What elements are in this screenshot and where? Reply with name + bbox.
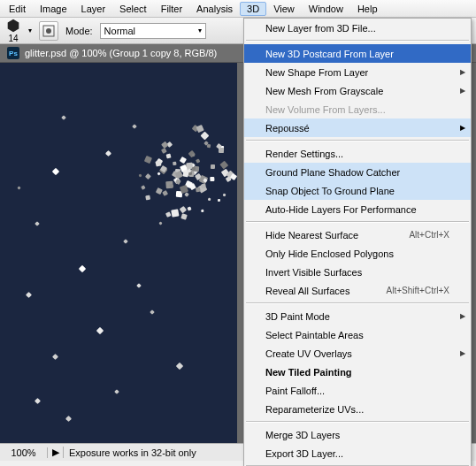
menu-select[interactable]: Select	[112, 2, 154, 16]
menu-separator	[246, 421, 469, 423]
menu-item-label: New Tiled Painting	[265, 367, 352, 378]
glitter-particle	[35, 398, 41, 404]
caret-down-icon[interactable]: ▾	[28, 27, 32, 34]
glitter-particle	[192, 166, 196, 171]
menu-item-label: Render Settings...	[265, 149, 343, 159]
play-icon[interactable]: ▶	[48, 447, 64, 458]
glitter-particle	[52, 168, 59, 175]
glitter-particle	[162, 148, 168, 154]
menu-edit[interactable]: Edit	[2, 2, 33, 16]
menu-item: New Volume From Layers...	[244, 100, 471, 118]
menu-item[interactable]: Create UV Overlays	[244, 344, 471, 363]
svg-point-2	[46, 28, 51, 34]
menu-item-label: Ground Plane Shadow Catcher	[265, 167, 400, 178]
menu-item[interactable]: Reveal All SurfacesAlt+Shift+Ctrl+X	[244, 281, 471, 300]
menu-item[interactable]: 3D Paint Mode	[244, 307, 471, 325]
glitter-particle	[180, 205, 187, 212]
glitter-particle	[165, 154, 171, 159]
glitter-particle	[156, 160, 162, 166]
glitter-particle	[96, 327, 104, 334]
menu-item[interactable]: Ground Plane Shadow Catcher	[244, 163, 471, 181]
glitter-particle	[65, 416, 72, 422]
menu-item[interactable]: New 3D Postcard From Layer	[244, 44, 471, 63]
menu-item[interactable]: Select Paintable Areas	[244, 325, 471, 344]
menu-window[interactable]: Window	[302, 2, 350, 16]
menu-item[interactable]: New Layer from 3D File...	[244, 19, 471, 37]
glitter-particle	[187, 206, 191, 210]
menu-shortcut: Alt+Ctrl+X	[409, 230, 449, 240]
menu-filter[interactable]: Filter	[154, 2, 189, 16]
glitter-particle	[206, 144, 210, 148]
glitter-particle	[17, 186, 20, 189]
menu-help[interactable]: Help	[350, 2, 385, 16]
menu-item-label: Repoussé	[265, 123, 310, 134]
glitter-particle	[196, 125, 204, 133]
mode-label: Mode:	[65, 26, 93, 36]
menu-item[interactable]: Only Hide Enclosed Polygons	[244, 244, 471, 263]
menu-item-label: Reparameterize UVs...	[265, 404, 364, 415]
menu-item-label: Hide Nearest Surface	[265, 230, 358, 241]
menu-item-label: Snap Object To Ground Plane	[265, 186, 395, 196]
menu-item-label: Paint Falloff...	[265, 386, 325, 396]
glitter-particle	[223, 193, 226, 196]
menu-item[interactable]: Hide Nearest SurfaceAlt+Ctrl+X	[244, 225, 471, 244]
menu-view[interactable]: View	[266, 2, 302, 16]
glitter-particle	[52, 354, 58, 360]
menu-item-label: Invert Visible Surfaces	[265, 267, 362, 278]
glitter-particle	[79, 265, 86, 272]
tool-preset[interactable]: 14	[5, 18, 21, 43]
menu-image[interactable]: Image	[33, 2, 74, 16]
menu-item[interactable]: Reparameterize UVs...	[244, 400, 471, 418]
menu-separator	[246, 302, 469, 304]
menu-layer[interactable]: Layer	[74, 2, 113, 16]
menu-item-label: Merge 3D Layers	[265, 430, 340, 440]
menu-item[interactable]: Repoussé	[244, 118, 471, 137]
glitter-particle	[180, 213, 188, 220]
ps-icon: Ps	[7, 47, 19, 59]
tool-size-label: 14	[8, 34, 18, 43]
glitter-particle	[165, 211, 171, 217]
menu-item[interactable]: New Tiled Painting	[244, 363, 471, 381]
menu-separator	[246, 221, 469, 223]
menu-item[interactable]: Paint Falloff...	[244, 381, 471, 400]
blend-mode-value: Normal	[104, 26, 135, 36]
menu-3d[interactable]: 3D	[240, 2, 266, 16]
glitter-particle	[171, 209, 179, 217]
menu-item[interactable]: Merge 3D Layers	[244, 425, 471, 444]
glitter-particle	[26, 292, 32, 298]
3d-menu-dropdown: New Layer from 3D File...New 3D Postcard…	[243, 18, 472, 466]
glitter-particle	[207, 198, 211, 202]
zoom-level[interactable]: 100%	[0, 447, 48, 458]
glitter-particle	[180, 157, 187, 164]
glitter-particle	[145, 173, 151, 180]
menu-item-label: New Mesh From Grayscale	[265, 86, 383, 96]
svg-marker-0	[8, 19, 19, 32]
menu-item[interactable]: New Shape From Layer	[244, 63, 471, 81]
glitter-particle	[61, 115, 66, 120]
menu-item-label: 3D Paint Mode	[265, 311, 330, 322]
glitter-particle	[211, 164, 215, 169]
menu-item[interactable]: Render Settings...	[244, 144, 471, 163]
menu-item[interactable]: Auto-Hide Layers For Performance	[244, 200, 471, 218]
menu-item[interactable]: New Mesh From Grayscale	[244, 81, 471, 100]
glitter-particle	[220, 161, 228, 169]
blend-mode-select[interactable]: Normal ▾	[100, 23, 206, 39]
menu-item-label: New Shape From Layer	[265, 67, 368, 78]
glitter-particle	[35, 221, 40, 226]
menu-item[interactable]: Invert Visible Surfaces	[244, 263, 471, 281]
menu-item[interactable]: Export 3D Layer...	[244, 444, 471, 462]
glitter-particle	[156, 187, 162, 194]
caret-down-icon: ▾	[198, 27, 202, 34]
menu-analysis[interactable]: Analysis	[189, 2, 240, 16]
glitter-particle	[132, 124, 137, 129]
menu-item-label: Only Hide Enclosed Polygons	[265, 248, 394, 259]
menu-item[interactable]: Snap Object To Ground Plane	[244, 181, 471, 200]
glitter-particle	[173, 162, 177, 166]
menu-separator	[246, 140, 469, 141]
document-canvas[interactable]	[0, 63, 237, 443]
document-title: glitter.psd @ 100% (Group 1 copy 8, RGB/…	[25, 48, 217, 58]
glitter-particle	[123, 239, 128, 244]
brush-panel-button[interactable]	[39, 21, 58, 41]
menu-item-label: Select Paintable Areas	[265, 330, 364, 340]
menu-item-label: New 3D Postcard From Layer	[265, 49, 394, 59]
